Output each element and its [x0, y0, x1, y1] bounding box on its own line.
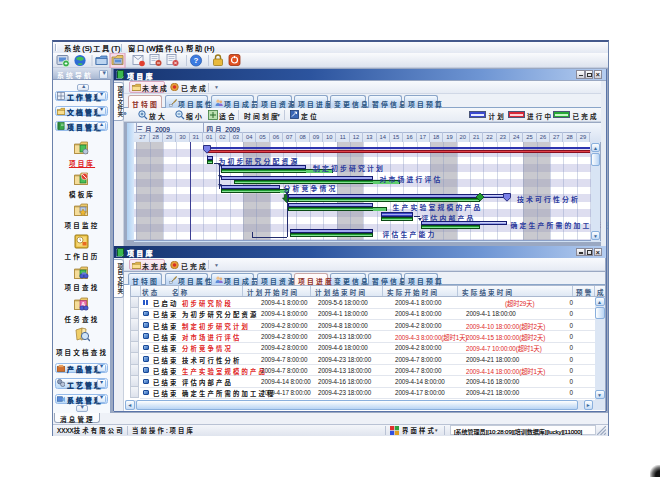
svg-text:?: ? — [194, 56, 199, 65]
